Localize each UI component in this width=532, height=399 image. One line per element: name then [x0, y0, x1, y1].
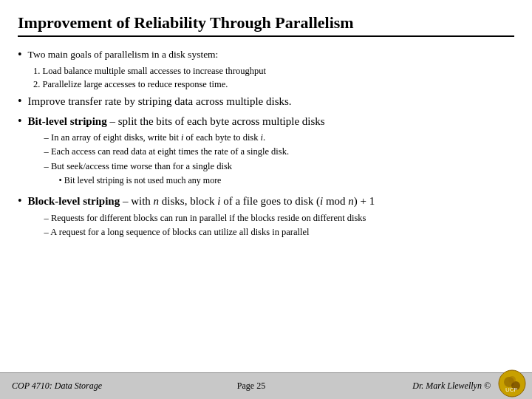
bullet-3-sublist: In an array of eight disks, write bit i …: [44, 131, 514, 187]
slide-title: Improvement of Reliability Through Paral…: [18, 13, 514, 37]
footer-center: Page 25: [171, 381, 331, 392]
italic-i2: i: [261, 132, 263, 143]
bullet-dot-3: •: [18, 114, 22, 129]
bullet-2: • Improve transfer rate by striping data…: [18, 94, 514, 110]
bullet-3-bold: Bit-level striping: [28, 115, 107, 127]
bullet-text-1: Two main goals of parallelism in a disk …: [28, 47, 514, 91]
sub-item-1-2: Parallelize large accesses to reduce res…: [43, 78, 514, 91]
slide-container: Improvement of Reliability Through Paral…: [0, 0, 532, 372]
sub-item-4-1: Requests for different blocks can run in…: [44, 211, 502, 225]
sub-item-3-1: In an array of eight disks, write bit i …: [44, 131, 514, 144]
sub-item-3-2: Each access can read data at eight times…: [44, 145, 514, 158]
sub-sub-list-3: Bit level striping is not used much any …: [59, 174, 514, 187]
sub-item-3-3: But seek/access time worse than for a si…: [44, 160, 514, 188]
bullet-dot-1: •: [18, 47, 22, 63]
svg-text:UCF: UCF: [505, 386, 518, 393]
bullet-text-4: Block-level striping – with n disks, blo…: [28, 194, 514, 242]
footer-left: COP 4710: Data Storage: [12, 381, 171, 392]
bullet-3-rest: – split the bits of each byte across mul…: [107, 115, 325, 127]
bullet-text-3: Bit-level striping – split the bits of e…: [28, 114, 514, 191]
sub-item-4-2: A request for a long sequence of blocks …: [44, 225, 514, 239]
bullet-4-bold: Block-level striping: [28, 195, 120, 207]
bullet-4: • Block-level striping – with n disks, b…: [18, 194, 514, 242]
sub-item-1-1: Load balance multiple small accesses to …: [43, 64, 514, 78]
footer-right: Dr. Mark Llewellyn ©: [331, 381, 520, 392]
svg-point-3: [508, 376, 516, 383]
slide-content: • Two main goals of parallelism in a dis…: [18, 47, 514, 372]
bullet-text-2: Improve transfer rate by striping data a…: [28, 94, 514, 110]
bullet-dot-4: •: [18, 194, 22, 209]
bullet-dot-2: •: [18, 94, 22, 109]
logo-svg: UCF: [498, 369, 526, 398]
footer-logo: UCF: [498, 369, 526, 398]
bullet-2-text: Improve transfer rate by striping data a…: [28, 95, 292, 107]
bullet-4-sublist: Requests for different blocks can run in…: [44, 211, 514, 239]
bullet-3: • Bit-level striping – split the bits of…: [18, 114, 514, 191]
bullet-1-text: Two main goals of parallelism in a disk …: [28, 49, 219, 60]
bullet-4-rest: – with n disks, block i of a file goes t…: [120, 195, 375, 207]
bullet-1: • Two main goals of parallelism in a dis…: [18, 47, 514, 91]
sub-sub-item-3-1: Bit level striping is not used much any …: [59, 174, 514, 187]
italic-i: i: [181, 132, 183, 143]
footer: COP 4710: Data Storage Page 25 Dr. Mark …: [0, 372, 532, 399]
